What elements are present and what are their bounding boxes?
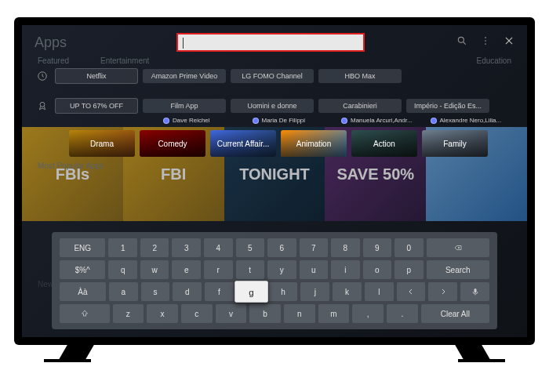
key-8[interactable]: 8 — [331, 238, 360, 257]
tab-education[interactable]: Education — [477, 56, 511, 65]
key-cursor-left[interactable] — [397, 282, 426, 301]
actor-row: Dave Reichel Maria De Filippi Manuela Ar… — [22, 115, 527, 125]
category-tile-drama[interactable]: Drama — [69, 130, 135, 157]
tv-screen: Apps Featured Entertainment Education Ne… — [22, 25, 527, 337]
tv-frame: Apps Featured Entertainment Education Ne… — [14, 17, 535, 345]
svg-point-3 — [485, 40, 486, 42]
history-row: Netflix Amazon Prime Video LG FOMO Chann… — [22, 67, 527, 85]
key-v[interactable]: v — [216, 304, 247, 323]
category-tile-family[interactable]: Family — [422, 130, 488, 157]
search-input[interactable] — [176, 33, 365, 52]
actor-chip[interactable]: Maria De Filippi — [253, 117, 337, 124]
key-mic[interactable] — [460, 282, 489, 301]
key-clear-all[interactable]: Clear All — [421, 304, 489, 323]
promo-chip[interactable]: Carabinieri — [318, 99, 402, 113]
header: Apps — [22, 25, 527, 52]
key-6[interactable]: 6 — [267, 238, 296, 257]
key-s[interactable]: s — [141, 282, 170, 301]
actor-chip[interactable]: Manuela Arcuri,Andr... — [341, 117, 426, 124]
key-m[interactable]: m — [318, 304, 350, 323]
key-u[interactable]: u — [300, 260, 329, 279]
category-tile-affairs[interactable]: Current Affair... — [210, 130, 276, 157]
svg-point-8 — [40, 102, 45, 107]
category-tile-animation[interactable]: Animation — [281, 130, 347, 157]
key-lang[interactable]: ENG — [60, 238, 105, 257]
text-cursor — [183, 38, 184, 49]
key-d[interactable]: d — [173, 282, 202, 301]
category-label: Current Affair... — [217, 140, 270, 148]
key-backspace[interactable] — [427, 238, 489, 257]
category-row: Drama Comedy Current Affair... Animation… — [22, 125, 527, 157]
promo-chip[interactable]: Film App — [143, 99, 226, 113]
key-z[interactable]: z — [113, 304, 144, 323]
actor-chip[interactable]: Alexandre Nero,Lilia... — [431, 117, 515, 124]
key-4[interactable]: 4 — [204, 238, 233, 257]
category-label: Action — [373, 140, 395, 148]
more-icon[interactable] — [480, 35, 491, 49]
key-period[interactable]: . — [387, 304, 418, 323]
svg-rect-11 — [474, 289, 476, 293]
avatar-dot — [253, 118, 259, 124]
promo-row: UP TO 67% OFF Film App Uomini e donne Ca… — [22, 96, 527, 115]
avatar-dot — [431, 118, 437, 124]
category-tile-comedy[interactable]: Comedy — [140, 130, 205, 157]
key-0[interactable]: 0 — [394, 238, 424, 257]
key-r[interactable]: r — [204, 260, 233, 279]
key-x[interactable]: x — [147, 304, 178, 323]
actor-label: Manuela Arcuri,Andr... — [351, 117, 413, 124]
key-t[interactable]: t — [236, 260, 265, 279]
keyboard-row-4: z x c v b n m , . Clear All — [60, 304, 489, 323]
history-chip[interactable]: HBO Max — [318, 69, 402, 83]
tv-foot-right — [458, 359, 505, 362]
key-b[interactable]: b — [249, 304, 281, 323]
keyboard-row-3: Àà a s d f g h j k l — [60, 282, 489, 301]
key-o[interactable]: o — [363, 260, 392, 279]
key-7[interactable]: 7 — [300, 238, 329, 257]
key-f[interactable]: f — [205, 282, 234, 301]
history-chip[interactable]: Amazon Prime Video — [143, 69, 226, 83]
key-w[interactable]: w — [140, 260, 169, 279]
key-symbols[interactable]: $%^ — [60, 260, 105, 279]
key-cursor-right[interactable] — [428, 282, 457, 301]
key-p[interactable]: p — [394, 260, 424, 279]
actor-chip[interactable]: Dave Reichel — [163, 117, 248, 124]
key-5[interactable]: 5 — [236, 238, 265, 257]
key-i[interactable]: i — [331, 260, 360, 279]
history-chip[interactable]: Netflix — [55, 68, 138, 84]
key-9[interactable]: 9 — [363, 238, 392, 257]
key-e[interactable]: e — [172, 260, 201, 279]
key-shift[interactable] — [60, 304, 110, 323]
key-y[interactable]: y — [267, 260, 296, 279]
svg-point-2 — [485, 37, 486, 38]
promo-chip[interactable]: UP TO 67% OFF — [55, 98, 138, 114]
key-comma[interactable]: , — [352, 304, 384, 323]
category-tile-action[interactable]: Action — [351, 130, 417, 157]
key-l[interactable]: l — [365, 282, 394, 301]
page-title: Apps — [35, 34, 67, 51]
key-h[interactable]: h — [269, 282, 298, 301]
promo-chip[interactable]: Império - Edição Es... — [406, 99, 489, 113]
tab-entertainment[interactable]: Entertainment — [100, 56, 149, 65]
promo-chip[interactable]: Uomini e donne — [231, 99, 314, 113]
key-j[interactable]: j — [300, 282, 329, 301]
key-search[interactable]: Search — [427, 260, 489, 279]
actor-label: Maria De Filippi — [262, 117, 306, 124]
actor-label: Alexandre Nero,Lilia... — [440, 117, 502, 124]
key-2[interactable]: 2 — [140, 238, 169, 257]
key-n[interactable]: n — [284, 304, 315, 323]
history-chip[interactable]: LG FOMO Channel — [231, 69, 314, 83]
key-3[interactable]: 3 — [172, 238, 201, 257]
tab-featured[interactable]: Featured — [38, 56, 69, 65]
category-label: Family — [443, 140, 466, 148]
key-g[interactable]: g — [235, 281, 267, 303]
svg-point-0 — [458, 37, 464, 42]
header-actions — [456, 35, 514, 49]
key-1[interactable]: 1 — [108, 238, 137, 257]
key-accents[interactable]: Àà — [60, 282, 106, 301]
key-k[interactable]: k — [333, 282, 362, 301]
key-q[interactable]: q — [108, 260, 137, 279]
search-icon[interactable] — [456, 35, 467, 49]
key-a[interactable]: a — [109, 282, 138, 301]
close-icon[interactable] — [504, 35, 514, 49]
key-c[interactable]: c — [181, 304, 213, 323]
